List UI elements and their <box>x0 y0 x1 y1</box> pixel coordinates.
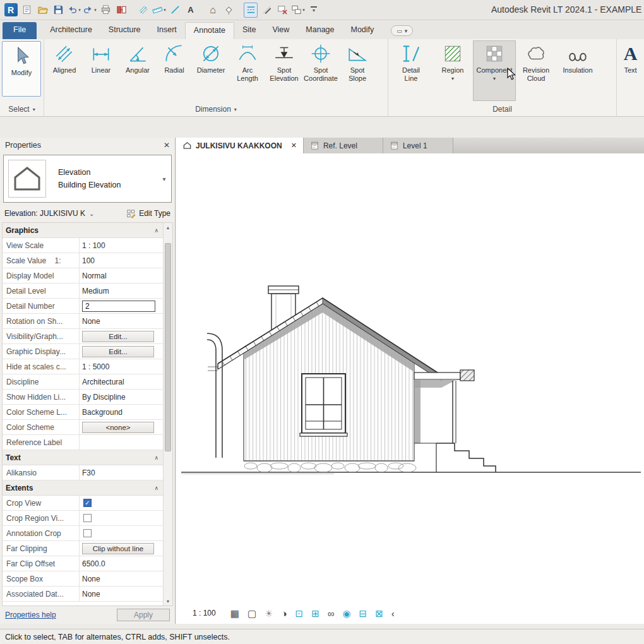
revit-logo-icon[interactable]: R <box>4 3 18 18</box>
property-value-input[interactable]: 2 <box>82 301 155 312</box>
ribbon-tab-site[interactable]: Site <box>234 22 265 39</box>
scrollbar-thumb[interactable] <box>165 243 171 451</box>
tool-detail-line[interactable]: DetailLine <box>390 41 432 100</box>
dropdown-caret-icon[interactable]: ▾ <box>451 76 454 81</box>
tool-revision-cloud[interactable]: RevisionCloud <box>515 41 557 100</box>
dropdown-caret-icon[interactable]: ▾ <box>493 76 496 81</box>
edit-type-button[interactable]: Edit Type <box>126 209 170 218</box>
type-selector[interactable]: Elevation Building Elevation ▾ <box>3 155 172 203</box>
properties-scrollbar[interactable]: ▲ ▼ <box>163 223 172 605</box>
document-properties-icon[interactable] <box>20 3 33 18</box>
section-header-graphics[interactable]: Graphics∧ <box>3 223 163 238</box>
detail-level-icon[interactable]: ▦ <box>230 609 239 618</box>
tool-diameter[interactable]: Diameter <box>193 41 229 100</box>
collapse-chevron-icon[interactable]: ∧ <box>154 227 158 234</box>
dimension-panel-label[interactable]: Dimension ▾ <box>44 102 388 116</box>
tool-spot-slope[interactable]: SpotSlope <box>339 41 376 100</box>
property-value-button[interactable]: Clip without line <box>82 543 154 554</box>
text-note-icon[interactable]: A <box>184 3 198 18</box>
displaced-elements-icon[interactable]: ⊠ <box>375 609 383 618</box>
close-inactive-icon[interactable] <box>275 3 289 18</box>
temporary-hide-isolate-icon[interactable]: ∞ <box>328 609 335 618</box>
property-checkbox[interactable] <box>83 529 92 537</box>
scroll-up-icon[interactable]: ▲ <box>166 223 170 232</box>
dropdown-caret-icon[interactable]: ▾ <box>157 176 171 182</box>
ribbon-tab-architecture[interactable]: Architecture <box>42 22 100 39</box>
ribbon-display-toggle[interactable]: ▭ ▾ <box>391 25 413 36</box>
save-icon[interactable] <box>51 3 65 18</box>
property-value[interactable]: 100 <box>82 256 95 265</box>
default-3d-view-icon[interactable]: ⌂ <box>206 3 220 18</box>
close-view-icon[interactable]: ✕ <box>291 141 297 150</box>
model-line-icon[interactable] <box>168 3 182 18</box>
view-scale-button[interactable]: 1 : 100 <box>191 607 222 619</box>
view-tab-ref-level[interactable]: Ref. Level <box>304 138 383 153</box>
property-value[interactable]: None <box>82 575 100 583</box>
property-value[interactable]: By Discipline <box>82 393 126 402</box>
transfer-standards-icon[interactable] <box>114 3 128 18</box>
tile-windows-icon[interactable]: ▾ <box>291 3 305 18</box>
property-value-button[interactable]: Edit... <box>82 346 154 357</box>
view-tab-level-1[interactable]: Level 1 <box>383 138 453 153</box>
ribbon-tab-view[interactable]: View <box>264 22 297 39</box>
section-header-extents[interactable]: Extents∧ <box>3 480 163 496</box>
tool-arc-length[interactable]: ArcLength <box>229 41 266 100</box>
property-value-button[interactable]: Edit... <box>82 331 154 342</box>
ribbon-tab-modify[interactable]: Modify <box>343 22 383 39</box>
tool-spot-coordinate[interactable]: SpotCoordinate <box>302 41 339 100</box>
crop-view-icon[interactable]: ⊡ <box>295 609 304 618</box>
tool-angular[interactable]: Angular <box>119 41 156 100</box>
tool-radial[interactable]: Radial <box>156 41 193 100</box>
view-tab-julkisivu-kaakkoon[interactable]: JULKISIVU KAAKKOON✕ <box>176 138 304 153</box>
close-icon[interactable]: ✕ <box>164 141 170 150</box>
property-value[interactable]: None <box>82 590 100 599</box>
thin-lines-icon[interactable] <box>259 3 273 18</box>
select-panel-label[interactable]: Select ▾ <box>0 102 44 116</box>
property-value-button[interactable]: <none> <box>82 422 154 433</box>
measure-icon[interactable]: ▾ <box>152 3 166 18</box>
property-value[interactable]: Medium <box>82 287 109 295</box>
tool-aligned[interactable]: Aligned <box>46 41 83 100</box>
tool-region[interactable]: Region▾ <box>432 41 474 100</box>
apply-button[interactable]: Apply <box>117 609 170 621</box>
visual-style-icon[interactable]: ▢ <box>247 609 256 618</box>
property-value[interactable]: Background <box>82 408 122 417</box>
property-value[interactable]: F30 <box>82 468 95 477</box>
tool-linear[interactable]: Linear <box>83 41 119 100</box>
redo-icon[interactable]: ▾ <box>83 3 97 18</box>
property-value[interactable]: None <box>82 317 100 326</box>
undo-icon[interactable]: ▾ <box>67 3 81 18</box>
tool-modify[interactable]: Modify <box>2 41 41 97</box>
show-crop-region-icon[interactable]: ⊞ <box>311 609 319 618</box>
tag-icon[interactable] <box>222 3 236 18</box>
collapse-icon[interactable]: ‹ <box>391 609 395 618</box>
tool-text[interactable]: A Text <box>619 41 642 100</box>
collapse-chevron-icon[interactable]: ∧ <box>154 485 158 491</box>
sun-path-icon[interactable]: ☀ <box>265 609 273 618</box>
properties-help-link[interactable]: Properties help <box>5 611 56 619</box>
property-checkbox[interactable] <box>83 514 92 522</box>
property-value[interactable]: Normal <box>82 271 107 280</box>
drawing-canvas[interactable]: 1 : 100 ▦▢☀◑⊡⊞∞◉⊟⊠‹ <box>176 153 644 624</box>
collapse-chevron-icon[interactable]: ∧ <box>154 455 158 461</box>
temporary-view-properties-icon[interactable]: ⊟ <box>359 609 367 618</box>
qat-customize-icon[interactable]: ▾ <box>307 3 321 18</box>
ribbon-tab-structure[interactable]: Structure <box>100 22 149 39</box>
instance-selector[interactable]: Elevation: JULKISIVU K ⌄ <box>4 209 94 218</box>
aligned-dimension-icon[interactable] <box>136 3 150 18</box>
reveal-hidden-elements-icon[interactable]: ◉ <box>342 609 350 618</box>
property-value[interactable]: 1 : 100 <box>82 241 105 250</box>
property-value[interactable]: 1 : 5000 <box>82 362 109 371</box>
section-header-text[interactable]: Text∧ <box>3 450 163 465</box>
scrollbar-track[interactable] <box>164 232 172 597</box>
ribbon-tab-file[interactable]: File <box>3 22 37 39</box>
section-icon[interactable] <box>244 3 258 18</box>
tool-insulation[interactable]: Insulation <box>557 41 599 100</box>
shadows-icon[interactable]: ◑ <box>282 609 287 618</box>
print-icon[interactable] <box>98 3 112 18</box>
scroll-down-icon[interactable]: ▼ <box>166 597 170 605</box>
property-value[interactable]: 6500.0 <box>82 559 105 568</box>
tool-spot-elevation[interactable]: SpotElevation <box>266 41 302 100</box>
open-icon[interactable] <box>35 3 49 18</box>
ribbon-tab-manage[interactable]: Manage <box>297 22 342 39</box>
